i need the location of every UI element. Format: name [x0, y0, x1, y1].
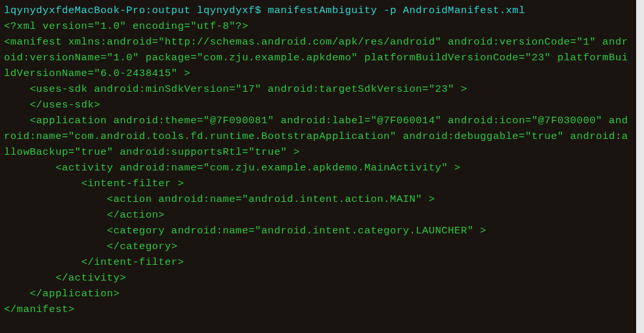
manifest-open: <manifest xmlns:android="http://schemas.… — [4, 36, 628, 79]
application-open: <application android:theme="@7F090081" a… — [4, 115, 628, 158]
uses-sdk-open: <uses-sdk android:minSdkVersion="17" and… — [4, 83, 467, 95]
xml-declaration: <?xml version="1.0" encoding="utf-8"?> — [4, 20, 248, 32]
action-open: <action android:name="android.intent.act… — [4, 193, 435, 205]
activity-close: </activity> — [4, 272, 126, 284]
prompt-path: output — [152, 5, 190, 16]
xml-output: <?xml version="1.0" encoding="utf-8"?> <… — [4, 20, 628, 315]
application-close: </application> — [4, 288, 119, 300]
scrollbar-track[interactable] — [636, 0, 644, 333]
intent-filter-open: <intent-filter > — [4, 178, 184, 189]
manifest-close: </manifest> — [4, 304, 75, 315]
category-open: <category android:name="android.intent.c… — [4, 225, 486, 237]
activity-open: <activity android:name="com.zju.example.… — [4, 162, 461, 174]
uses-sdk-close: </uses-sdk> — [4, 99, 100, 111]
action-close: </action> — [4, 209, 165, 221]
intent-filter-close: </intent-filter> — [4, 256, 184, 268]
prompt-line: lqynydyxfdeMacBook-Pro:output lqynydyxf$… — [4, 5, 525, 16]
terminal-window[interactable]: lqynydyxfdeMacBook-Pro:output lqynydyxf$… — [0, 0, 636, 333]
scrollbar-thumb[interactable] — [636, 0, 644, 333]
prompt-command: manifestAmbiguity -p AndroidManifest.xml — [268, 5, 525, 16]
prompt-user: lqynydyxf — [197, 5, 255, 16]
prompt-host: lqynydyxfdeMacBook-Pro — [4, 5, 146, 16]
category-close: </category> — [4, 241, 178, 252]
